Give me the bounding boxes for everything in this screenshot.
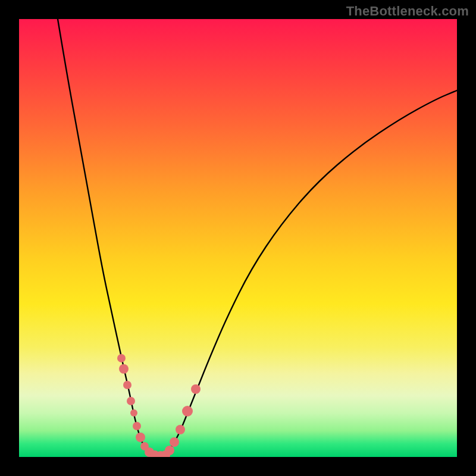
dot (133, 422, 141, 430)
dot (123, 381, 131, 389)
dot (136, 433, 145, 442)
curve-left-branch (58, 19, 162, 457)
curve-right-branch (162, 90, 457, 457)
highlight-dots (117, 354, 201, 457)
chart-svg (19, 19, 457, 457)
dot (191, 384, 201, 394)
dot (119, 364, 129, 374)
dot (182, 406, 193, 416)
dot (170, 437, 179, 447)
dot (130, 409, 137, 416)
chart-plot-area (19, 19, 457, 457)
dot (165, 446, 174, 455)
bottleneck-curve (58, 19, 457, 457)
dot (117, 354, 126, 362)
watermark-label: TheBottleneck.com (346, 4, 469, 19)
dot (176, 425, 185, 434)
dot (127, 397, 135, 405)
